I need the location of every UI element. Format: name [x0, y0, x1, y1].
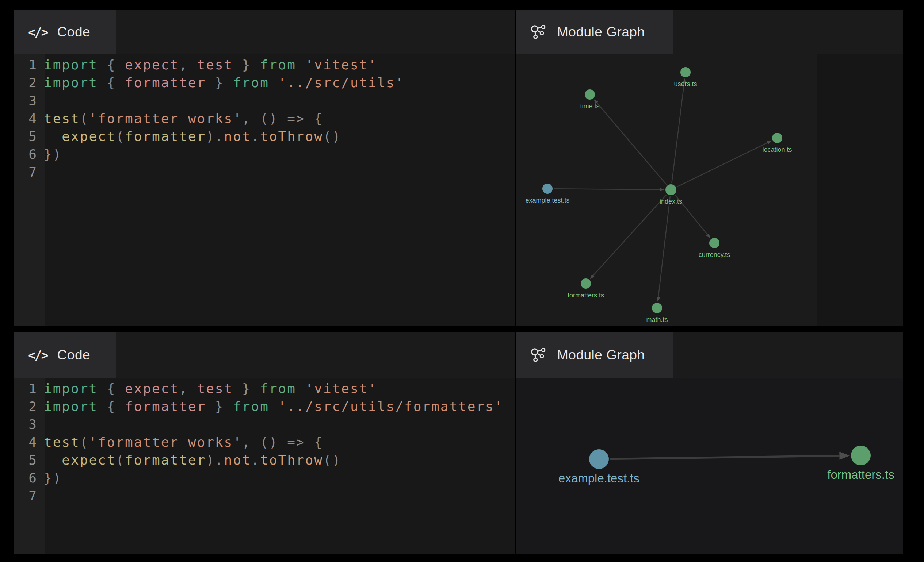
graph-edge-index-time — [597, 103, 666, 185]
graph-node-label-location: location.ts — [762, 146, 792, 153]
module-graph-panel-header: Module Graph — [516, 332, 903, 378]
graph-node-time[interactable] — [585, 90, 595, 100]
graph-node-users[interactable] — [680, 67, 691, 77]
graph-node-example[interactable] — [589, 449, 609, 469]
graph-edge-index-location — [677, 143, 767, 187]
tab-module-graph[interactable]: Module Graph — [516, 10, 673, 54]
code-text: test('formatter works', () => { — [44, 109, 323, 127]
code-line: 6}) — [14, 145, 514, 163]
line-number: 6 — [14, 469, 38, 487]
graph-edge-arrowhead — [657, 297, 660, 302]
graph-node-label-example: example.test.ts — [558, 471, 639, 485]
code-line: 7 — [14, 487, 514, 505]
graph-node-index[interactable] — [665, 184, 676, 195]
graph-node-label-users: users.ts — [674, 80, 697, 88]
graph-node-label-formatters: formatters.ts — [567, 291, 604, 299]
line-number: 4 — [14, 433, 38, 451]
graph-node-label-math: math.ts — [646, 316, 668, 323]
graph-edge-arrowhead — [766, 140, 772, 144]
line-number: 7 — [14, 163, 38, 181]
code-text: import { expect, test } from 'vitest' — [44, 56, 377, 74]
code-line: 2import { formatter } from '../src/utils… — [14, 74, 514, 91]
vitest-ui-window: </> Code Module Graph — [0, 0, 924, 562]
module-graph-canvas[interactable]: users.tstime.tslocation.tsexample.test.t… — [516, 54, 903, 326]
tab-module-graph[interactable]: Module Graph — [516, 332, 673, 378]
graph-edge-arrowhead — [660, 188, 664, 191]
code-line: 1import { expect, test } from 'vitest' — [14, 380, 514, 398]
line-number: 1 — [14, 56, 38, 74]
tab-code[interactable]: </> Code — [14, 10, 116, 54]
code-line: 5 expect(formatter).not.toThrow() — [14, 451, 514, 469]
module-graph-panel-header: Module Graph — [516, 10, 903, 54]
code-line: 4test('formatter works', () => { — [14, 109, 514, 127]
graph-node-label-currency: currency.ts — [699, 251, 730, 259]
line-number: 3 — [14, 415, 38, 433]
line-number: 1 — [14, 380, 38, 398]
line-number: 4 — [14, 109, 38, 127]
code-line: 7 — [14, 163, 514, 181]
line-number: 2 — [14, 74, 38, 91]
module-graph-svg[interactable]: example.test.tsformatters.ts — [516, 378, 903, 554]
line-number: 3 — [14, 91, 38, 109]
code-text: import { formatter } from '../src/utils/… — [44, 398, 503, 415]
graph-node-label-time: time.ts — [580, 103, 599, 110]
graph-node-label-example: example.test.ts — [525, 197, 569, 204]
tab-code-label: Code — [57, 347, 90, 363]
tab-module-graph-label: Module Graph — [557, 347, 645, 363]
line-number: 5 — [14, 127, 38, 145]
graph-node-example[interactable] — [542, 184, 553, 194]
code-panel-header: </> Code — [14, 332, 514, 378]
code-text: import { formatter } from '../src/utils' — [44, 74, 404, 91]
graph-node-formatters[interactable] — [581, 278, 591, 288]
code-text: import { expect, test } from 'vitest' — [44, 380, 377, 398]
graph-edge-example-formatters — [610, 456, 839, 459]
line-number: 6 — [14, 145, 38, 163]
code-line: 3 — [14, 415, 514, 433]
code-editor[interactable]: 1import { expect, test } from 'vitest'2i… — [14, 54, 514, 326]
line-number: 7 — [14, 487, 38, 505]
code-line: 4test('formatter works', () => { — [14, 433, 514, 451]
code-panel-header: </> Code — [14, 10, 514, 54]
code-editor[interactable]: 1import { expect, test } from 'vitest'2i… — [14, 378, 514, 554]
graph-node-currency[interactable] — [709, 238, 720, 248]
code-line: 6}) — [14, 469, 514, 487]
graph-node-location[interactable] — [772, 133, 782, 143]
graph-edge-index-users — [672, 83, 684, 183]
code-text: test('formatter works', () => { — [44, 433, 323, 451]
tab-code-label: Code — [57, 24, 90, 40]
line-number: 5 — [14, 451, 38, 469]
tab-module-graph-label: Module Graph — [557, 24, 645, 40]
graph-node-formatters[interactable] — [851, 445, 871, 465]
module-graph-icon — [530, 24, 548, 40]
module-graph-canvas[interactable]: example.test.tsformatters.ts — [516, 378, 903, 554]
code-text: }) — [44, 469, 62, 487]
module-graph-icon — [530, 347, 548, 363]
line-number: 2 — [14, 398, 38, 415]
graph-edge-index-formatters — [593, 194, 666, 275]
graph-node-label-index: index.ts — [660, 198, 682, 205]
module-graph-svg[interactable]: users.tstime.tslocation.tsexample.test.t… — [516, 54, 903, 326]
code-icon: </> — [28, 25, 48, 39]
code-line: 5 expect(formatter).not.toThrow() — [14, 127, 514, 145]
code-text: expect(formatter).not.toThrow() — [44, 451, 341, 469]
code-line: 1import { expect, test } from 'vitest' — [14, 56, 514, 74]
code-line: 2import { formatter } from '../src/utils… — [14, 398, 514, 415]
graph-edge-index-math — [658, 196, 670, 297]
graph-node-math[interactable] — [652, 303, 662, 313]
graph-node-label-formatters: formatters.ts — [827, 468, 894, 481]
code-line: 3 — [14, 91, 514, 109]
code-text: }) — [44, 145, 62, 163]
graph-edge-arrowhead — [839, 452, 850, 460]
code-text: expect(formatter).not.toThrow() — [44, 127, 341, 145]
code-icon: </> — [28, 348, 48, 362]
graph-edge-example-index — [554, 189, 660, 190]
tab-code[interactable]: </> Code — [14, 332, 116, 378]
